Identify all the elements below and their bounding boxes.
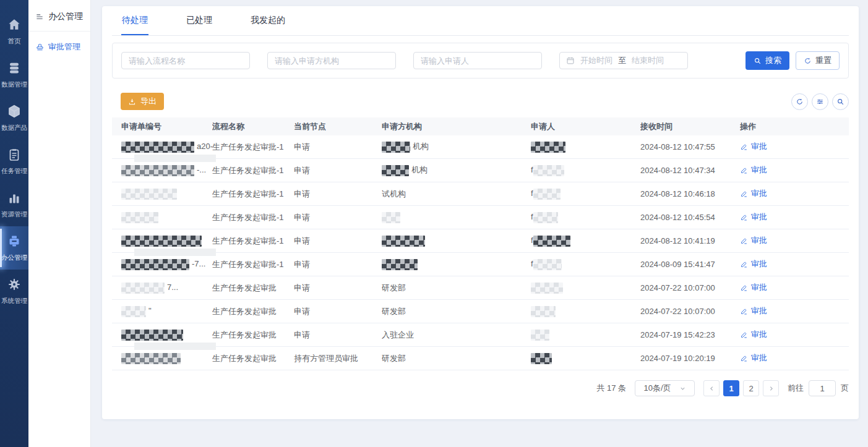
text-fragment: 机构 — [413, 142, 429, 151]
cell-received-time: 2024-07-19 10:20:19 — [640, 354, 740, 363]
zoom-table-button[interactable] — [832, 93, 849, 110]
pen-icon — [740, 166, 748, 174]
approve-link[interactable]: 审批 — [740, 235, 767, 246]
cell-process-name: 生产任务发起审批-1 — [212, 165, 294, 176]
table-row: 生产任务发起审批-1申请f2024-08-12 10:41:19审批 — [112, 229, 849, 253]
cell-request-id: a20-... — [121, 142, 212, 153]
sidebar-item-home[interactable]: 首页 — [0, 10, 28, 53]
cell-process-name: 生产任务发起审批-1 — [212, 259, 294, 270]
redaction-mosaic — [531, 142, 565, 153]
page-buttons: 1 2 — [703, 380, 779, 396]
bar-chart-icon — [7, 190, 22, 205]
approve-link[interactable]: 审批 — [740, 305, 767, 317]
cell-action: 审批 — [740, 188, 849, 200]
reset-button[interactable]: 重置 — [796, 51, 840, 70]
text-fragment: 试机构 — [382, 189, 406, 198]
chevron-right-icon — [768, 385, 775, 392]
magnifier-icon — [836, 98, 844, 106]
filter-buttons: 搜索 重置 — [746, 51, 840, 70]
cell-applicant — [531, 283, 640, 294]
menu-icon — [35, 12, 44, 21]
sidebar-item-office[interactable]: 办公管理 — [0, 226, 28, 270]
sidebar-item-database[interactable]: 数据管理 — [0, 53, 28, 96]
approve-link[interactable]: 审批 — [740, 352, 767, 364]
text-fragment: -7... — [192, 259, 205, 268]
redaction-mosaic — [121, 236, 202, 247]
redaction-mosaic — [121, 353, 181, 364]
column-header-2: 流程名称 — [212, 121, 294, 132]
cell-current-node: 持有方管理员审批 — [294, 353, 382, 364]
reset-button-label: 重置 — [815, 55, 831, 66]
goto-page-input[interactable] — [809, 380, 836, 396]
cell-applicant — [531, 353, 640, 364]
approve-link[interactable]: 审批 — [740, 282, 767, 293]
page-size-select[interactable]: 10条/页 — [635, 380, 695, 396]
approve-link[interactable]: 审批 — [740, 211, 767, 223]
total-count: 共 17 条 — [596, 383, 626, 394]
search-button-label: 搜索 — [765, 55, 781, 66]
column-header-1: 申请单编号 — [121, 121, 212, 132]
process-name-input[interactable] — [121, 52, 250, 69]
search-button[interactable]: 搜索 — [746, 51, 789, 70]
page-button-1[interactable]: 1 — [723, 380, 739, 396]
sidebar-item-cube[interactable]: 数据产品 — [0, 96, 28, 140]
text-fragment: 7... — [167, 283, 178, 292]
redaction-mosaic — [121, 259, 189, 270]
prev-page-button[interactable] — [703, 380, 720, 396]
applicant-input[interactable] — [413, 52, 542, 69]
approve-link[interactable]: 审批 — [740, 188, 767, 199]
cube-icon — [7, 104, 22, 119]
column-settings-button[interactable] — [812, 93, 828, 110]
approve-link[interactable]: 审批 — [740, 329, 767, 340]
cell-current-node: 申请 — [294, 189, 382, 200]
approve-link-label: 审批 — [751, 141, 767, 152]
approve-link-label: 审批 — [751, 164, 767, 176]
next-page-button[interactable] — [763, 380, 779, 396]
approve-link-label: 审批 — [751, 188, 767, 199]
tab-initiated-by-me[interactable]: 我发起的 — [250, 6, 286, 35]
refresh-table-button[interactable] — [791, 93, 808, 110]
table-row: "生产任务发起审批申请研发部2024-07-22 10:07:00审批 — [112, 300, 849, 323]
redaction-mosaic — [533, 212, 558, 223]
task-icon — [7, 147, 22, 162]
cell-action: 审批 — [740, 235, 849, 247]
sidebar-item-gear[interactable]: 系统管理 — [0, 270, 28, 313]
approve-link[interactable]: 审批 — [740, 258, 767, 270]
tab-bar: 待处理 已处理 我发起的 — [112, 6, 849, 36]
sidebar-item-task[interactable]: 任务管理 — [0, 140, 28, 183]
cell-received-time: 2024-07-22 10:07:00 — [640, 307, 740, 316]
applicant-org-input[interactable] — [267, 52, 396, 69]
approve-link[interactable]: 审批 — [740, 141, 767, 152]
cell-applicant-org: 机构 — [382, 141, 531, 153]
redaction-mosaic — [531, 353, 552, 364]
cell-applicant-org: 入驻企业 — [382, 330, 531, 341]
tab-pending[interactable]: 待处理 — [121, 6, 148, 35]
cell-action: 审批 — [740, 211, 849, 223]
submenu-item-approval-management[interactable]: 审批管理 — [28, 32, 90, 53]
redaction-mosaic — [382, 212, 400, 223]
cell-action: 审批 — [740, 352, 849, 364]
approve-link[interactable]: 审批 — [740, 164, 767, 176]
redaction-mosaic — [382, 259, 418, 270]
cell-received-time: 2024-07-19 15:42:23 — [640, 330, 740, 339]
cell-received-time: 2024-08-12 10:41:19 — [640, 236, 740, 245]
cell-current-node: 申请 — [294, 330, 382, 341]
date-range-picker[interactable]: 开始时间 至 结束时间 — [559, 52, 688, 69]
download-icon — [128, 98, 136, 106]
redaction-mosaic — [382, 142, 410, 153]
text-fragment: 研发部 — [382, 354, 406, 363]
redaction-mosaic — [533, 189, 561, 200]
sidebar-item-bar-chart[interactable]: 资源管理 — [0, 183, 28, 226]
redaction-mosaic — [121, 330, 183, 341]
cell-request-id — [121, 330, 212, 341]
redaction-mosaic — [382, 165, 409, 176]
page-button-2[interactable]: 2 — [743, 380, 759, 396]
date-separator: 至 — [618, 55, 626, 66]
redaction-mosaic — [121, 283, 165, 294]
export-button[interactable]: 导出 — [121, 93, 164, 110]
column-header-5: 申请人 — [531, 121, 640, 132]
tab-processed[interactable]: 已处理 — [186, 6, 213, 35]
secondary-sidebar: 办公管理 审批管理 — [28, 0, 91, 447]
sidebar-item-label: 系统管理 — [1, 296, 27, 305]
cell-received-time: 2024-08-12 10:47:34 — [640, 166, 740, 175]
